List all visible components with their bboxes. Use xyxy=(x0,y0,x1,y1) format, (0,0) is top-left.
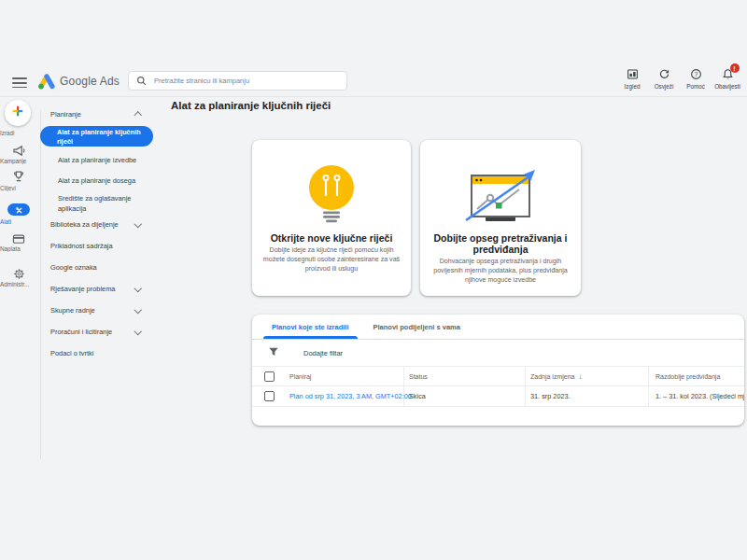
column-header-modified[interactable]: Zadnja izmjena↓ xyxy=(526,367,649,385)
filter-funnel-icon xyxy=(268,344,279,361)
sidebar-section-content-suitability[interactable]: Prikladnost sadržaja xyxy=(50,242,113,250)
notifications-button[interactable]: ! Obavijesti xyxy=(712,67,743,90)
sidebar-section-budgets-bidding[interactable]: Proračuni i licitiranje xyxy=(50,328,112,336)
sidebar-indent-line xyxy=(40,110,41,459)
tab-plans-created[interactable]: Planovi koje ste izradili xyxy=(260,315,361,339)
tab-plans-shared[interactable]: Planovi podijeljeni s vama xyxy=(361,315,472,339)
sidebar-section-shared-library[interactable]: Biblioteka za dijeljenje xyxy=(50,220,119,229)
sidebar-item-performance-planner[interactable]: Alat za planiranje izvedbe xyxy=(58,156,136,164)
chevron-down-icon[interactable] xyxy=(134,328,142,335)
search-box[interactable] xyxy=(128,71,347,91)
column-header-plan[interactable]: Planiraj xyxy=(289,367,404,385)
lightbulb-icon xyxy=(306,140,357,226)
sidebar-section-business-data[interactable]: Podaci o tvrtki xyxy=(50,349,93,357)
select-all-checkbox[interactable] xyxy=(264,371,275,382)
card-title: Otkrijte nove ključne riječi xyxy=(259,232,404,244)
rail-label-billing: Naplata xyxy=(0,245,37,252)
search-icon xyxy=(136,73,147,90)
help-icon: ? xyxy=(690,67,702,81)
chevron-down-icon[interactable] xyxy=(134,306,142,314)
appearance-button[interactable]: Izgled xyxy=(616,67,648,90)
trophy-icon xyxy=(12,170,25,186)
rail-label-create: Izradi xyxy=(0,130,37,136)
rail-label-campaigns: Kampanje xyxy=(0,158,37,164)
rail-label-goals: Ciljevi xyxy=(0,185,37,191)
table-header-row: Planiraj Status Zadnja izmjena↓ Razdoblj… xyxy=(252,367,744,386)
card-description: Dobijte ideje za ključne riječi pomoću k… xyxy=(261,246,402,273)
google-ads-logo-icon[interactable] xyxy=(36,73,57,94)
rail-item-tools[interactable] xyxy=(7,203,30,216)
rail-item-create[interactable] xyxy=(5,100,31,126)
plan-modified-date: 31. srp 2023. xyxy=(530,392,571,400)
layout-icon xyxy=(627,67,639,81)
sort-descending-icon: ↓ xyxy=(578,372,582,381)
card-title: Dobijte opseg pretraživanja i predviđanj… xyxy=(428,232,573,255)
sidebar-item-keyword-planner[interactable]: Alat za planiranje ključnih riječi xyxy=(40,126,153,147)
search-input[interactable] xyxy=(152,76,339,86)
sidebar-section-google-tag[interactable]: Google oznaka xyxy=(50,263,97,272)
plus-icon xyxy=(11,105,24,121)
column-header-forecast-period[interactable]: Razdoblje predviđanja xyxy=(649,367,744,385)
page-title: Alat za planiranje ključnih riječi xyxy=(171,100,331,111)
sidebar-item-reach-planner[interactable]: Alat za planiranje dosega xyxy=(58,176,135,185)
chevron-down-icon[interactable] xyxy=(134,285,142,292)
card-description: Dohvaćanje opsega pretraživanja i drugih… xyxy=(430,258,571,285)
plans-panel: Planovi koje ste izradili Planovi podije… xyxy=(252,315,744,426)
plan-link[interactable]: Plan od srp 31, 2023, 3 AM, GMT+02:00 xyxy=(289,392,412,400)
table-row: Plan od srp 31, 2023, 3 AM, GMT+02:00 Sk… xyxy=(252,386,744,407)
add-filter-button[interactable]: Dodajte filtar xyxy=(252,340,744,367)
chevron-up-icon[interactable] xyxy=(134,112,142,119)
brand-name: Google Ads xyxy=(60,75,120,88)
column-header-status[interactable]: Status xyxy=(404,367,526,385)
forecast-chart-icon xyxy=(461,140,540,226)
header-divider xyxy=(0,96,747,97)
plan-status: Skica xyxy=(409,392,426,400)
refresh-icon xyxy=(658,67,670,81)
plan-forecast-period: 1. – 31. kol 2023. (Sljedeći mjesec) xyxy=(655,392,744,400)
bell-icon: ! xyxy=(722,67,734,81)
chevron-down-icon[interactable] xyxy=(134,220,142,228)
sidebar-item-app-advertising-hub[interactable]: Središte za oglašavanje aplikacija xyxy=(58,194,148,214)
svg-text:?: ? xyxy=(694,71,698,77)
rail-label-tools: Alati xyxy=(0,218,37,225)
rail-label-admin: Administr... xyxy=(0,281,37,287)
sidebar-section-planning[interactable]: Planiranje xyxy=(50,110,81,119)
help-button[interactable]: ? Pomoć xyxy=(680,67,712,90)
sidebar-section-troubleshooting[interactable]: Rješavanje problema xyxy=(50,285,115,293)
row-checkbox[interactable] xyxy=(264,391,275,401)
notification-badge: ! xyxy=(730,63,740,73)
plans-tabs: Planovi koje ste izradili Planovi podije… xyxy=(252,315,744,340)
menu-icon[interactable] xyxy=(12,77,28,89)
tools-icon xyxy=(15,202,23,218)
search-volume-forecast-card[interactable]: Dobijte opseg pretraživanja i predviđanj… xyxy=(420,140,581,296)
discover-keywords-card[interactable]: Otkrijte nove ključne riječi Dobijte ide… xyxy=(252,140,411,296)
sidebar-section-bulk-actions[interactable]: Skupne radnje xyxy=(50,306,95,315)
refresh-button[interactable]: Osvježi xyxy=(648,67,680,90)
header-actions: Izgled Osvježi ? Pomoć ! Obavijesti xyxy=(616,67,745,90)
